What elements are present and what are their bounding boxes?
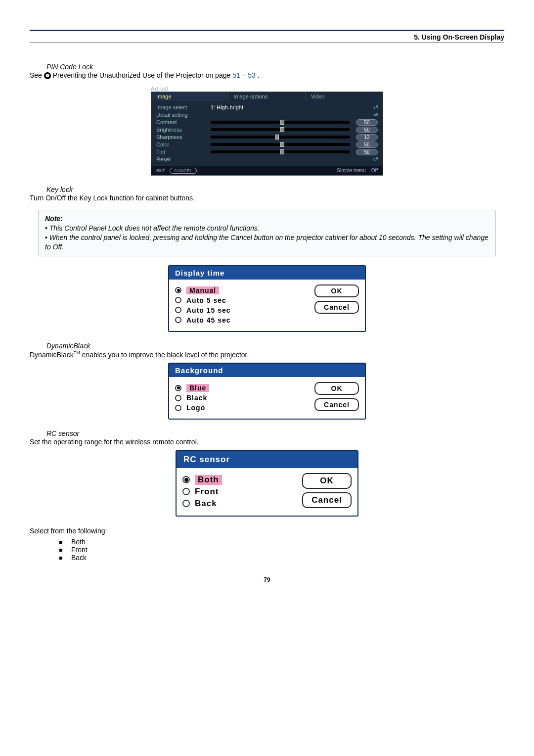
label-detail-setting: Detail setting (156, 112, 211, 118)
enter-icon: ⏎ (373, 112, 378, 118)
off-label: Off (371, 168, 378, 173)
row-contrast[interactable]: Contrast 50 (156, 119, 378, 126)
note-box: Note: • This Control Panel Lock does not… (39, 210, 495, 256)
dyn-pre: DynamicBlack (30, 350, 74, 358)
label-contrast: Contrast (156, 119, 211, 125)
adjust-panel-figure: Adjust Image Image options Video Image s… (151, 86, 383, 176)
rc-sensor-head: RC sensor (177, 451, 357, 468)
note-bullet-2: • When the control panel is locked, pres… (45, 233, 489, 252)
radio-icon (182, 500, 190, 507)
list-item: Both (59, 538, 504, 546)
slider-tint[interactable] (211, 150, 350, 153)
opt-black[interactable]: Black (175, 394, 314, 402)
section-breadcrumb: 5. Using On-Screen Display (414, 33, 504, 41)
background-dialog: Background Blue Black Logo OK Cancel (168, 363, 366, 420)
opt-auto5[interactable]: Auto 5 sec (175, 296, 314, 304)
cancel-button[interactable]: Cancel (302, 492, 352, 508)
bullet-icon (59, 541, 62, 544)
tab-video[interactable]: Video (306, 92, 383, 101)
slider-color[interactable] (211, 143, 350, 146)
info-icon: ❼ (44, 72, 51, 79)
label-image-select: Image select (156, 104, 211, 110)
li-both: Both (71, 538, 86, 546)
dynamicblack-title: DynamicBlack (46, 342, 504, 350)
select-following: Select from the following: (30, 526, 504, 536)
label-brightness: Brightness (156, 127, 211, 133)
opt-auto15[interactable]: Auto 15 sec (175, 306, 314, 314)
row-brightness[interactable]: Brightness 50 (156, 126, 378, 134)
key-lock-desc: Turn On/Off the Key Lock function for ca… (30, 193, 504, 203)
bullet-icon (59, 549, 62, 552)
dyn-post: enables you to improve the black level o… (80, 350, 249, 358)
cancel-button[interactable]: CANCEL (170, 168, 197, 174)
adjust-title: Adjust (151, 86, 383, 92)
row-reset[interactable]: Reset ⏎ (156, 156, 378, 163)
cancel-button[interactable]: Cancel (314, 398, 359, 411)
row-tint[interactable]: Tint 50 (156, 148, 378, 156)
opt-auto45[interactable]: Auto 45 sec (175, 316, 314, 324)
rc-sensor-dialog: RC sensor Both Front Back OK Cancel (176, 450, 358, 517)
list-item: Front (59, 546, 504, 554)
ok-button[interactable]: OK (314, 284, 359, 297)
slider-brightness[interactable] (211, 128, 350, 131)
label-tint: Tint (156, 149, 211, 155)
rc-sensor-desc: Set the operating range for the wireless… (30, 437, 504, 447)
row-detail-setting[interactable]: Detail setting ⏎ (156, 111, 378, 119)
dynamicblack-desc: DynamicBlackTM enables you to improve th… (30, 350, 504, 360)
ok-button[interactable]: OK (302, 473, 352, 489)
ok-button[interactable]: OK (314, 382, 359, 395)
display-time-dialog: Display time Manual Auto 5 sec Auto 15 s… (168, 265, 366, 332)
opt-both[interactable]: Both (182, 475, 302, 485)
value-sharpness: 12 (356, 134, 378, 141)
opt-logo-label: Logo (186, 404, 205, 412)
opt-back-label: Back (195, 499, 217, 509)
adjust-tabs: Image Image options Video (151, 92, 383, 101)
opt-blue[interactable]: Blue (175, 384, 314, 392)
tab-image[interactable]: Image (151, 92, 228, 101)
slider-sharpness[interactable] (211, 136, 350, 139)
radio-icon (175, 395, 181, 401)
enter-icon: ⏎ (373, 156, 378, 163)
exit-label: exit: (156, 168, 165, 173)
page-link-51[interactable]: 51 (232, 71, 240, 79)
period: . (258, 71, 260, 79)
slider-contrast[interactable] (211, 121, 350, 124)
simple-menu-label[interactable]: Simple menu (337, 168, 365, 173)
radio-icon (175, 405, 181, 411)
label-color: Color (156, 142, 211, 147)
li-back: Back (71, 554, 87, 562)
opt-logo[interactable]: Logo (175, 404, 314, 412)
radio-icon (175, 317, 181, 323)
opt-manual-label: Manual (186, 286, 219, 294)
tm-mark: TM (74, 350, 80, 355)
value-tint: 50 (356, 149, 378, 155)
bullet-icon (59, 557, 62, 560)
radio-icon (182, 476, 190, 483)
pin-code-lock-title: PIN Code Lock (46, 63, 504, 71)
row-image-select[interactable]: Image select 1: High-bright ⏎ (156, 104, 378, 111)
opt-manual[interactable]: Manual (175, 286, 314, 294)
radio-icon (175, 287, 181, 293)
opt-back[interactable]: Back (182, 499, 302, 509)
header-rule (30, 30, 504, 31)
adjust-footer: exit: CANCEL Simple menu Off (151, 166, 383, 175)
background-head: Background (169, 364, 365, 377)
radio-icon (182, 488, 190, 495)
row-sharpness[interactable]: Sharpness 12 (156, 134, 378, 141)
cancel-button[interactable]: Cancel (314, 301, 359, 314)
row-color[interactable]: Color 50 (156, 141, 378, 148)
radio-icon (175, 297, 181, 303)
li-front: Front (71, 546, 88, 554)
radio-icon (175, 307, 181, 313)
display-time-head: Display time (169, 266, 365, 280)
opt-auto45-label: Auto 45 sec (186, 316, 231, 324)
value-image-select: 1: High-bright (211, 104, 243, 110)
dash: – (242, 71, 248, 79)
page-link-53[interactable]: 53 (248, 71, 256, 79)
pin-code-lock-desc: See ❼ Preventing the Unauthorized Use of… (30, 71, 504, 81)
tab-image-options[interactable]: Image options (228, 92, 306, 101)
opt-auto5-label: Auto 5 sec (186, 296, 226, 304)
page-number: 79 (30, 576, 504, 583)
opt-front[interactable]: Front (182, 487, 302, 497)
enter-icon: ⏎ (373, 104, 378, 111)
